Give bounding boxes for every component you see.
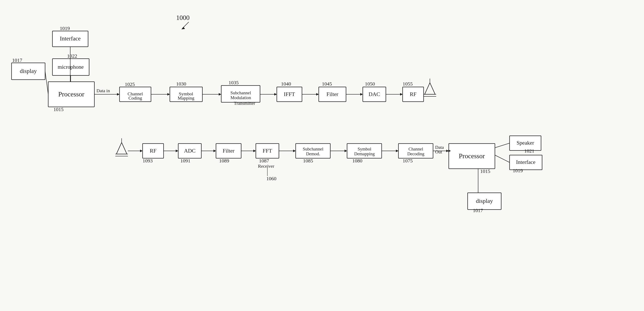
svg-text:IFFT: IFFT bbox=[284, 91, 295, 97]
svg-text:display: display bbox=[20, 68, 37, 74]
svg-text:1087: 1087 bbox=[259, 158, 269, 163]
svg-text:Interface: Interface bbox=[516, 159, 535, 165]
svg-text:ADC: ADC bbox=[184, 148, 196, 154]
svg-text:Channel: Channel bbox=[408, 146, 423, 152]
svg-text:1085: 1085 bbox=[303, 158, 313, 163]
svg-text:RF: RF bbox=[150, 148, 156, 154]
svg-text:Out: Out bbox=[435, 149, 442, 154]
svg-text:1091: 1091 bbox=[180, 158, 190, 163]
svg-text:1017: 1017 bbox=[12, 57, 22, 63]
svg-text:RF: RF bbox=[410, 91, 416, 97]
svg-text:Transmitter: Transmitter bbox=[234, 101, 256, 106]
svg-text:Demod.: Demod. bbox=[306, 151, 320, 156]
svg-text:display: display bbox=[476, 198, 493, 204]
diagram-container: 1000 display 1017 Interface 1019 microph… bbox=[0, 0, 644, 311]
svg-text:1093: 1093 bbox=[142, 158, 153, 163]
svg-text:Symbol: Symbol bbox=[358, 146, 372, 152]
svg-text:Demapping: Demapping bbox=[354, 151, 375, 156]
svg-text:1075: 1075 bbox=[403, 158, 413, 163]
svg-text:1019: 1019 bbox=[60, 25, 70, 31]
svg-text:Data in: Data in bbox=[96, 88, 110, 93]
svg-text:1015: 1015 bbox=[480, 169, 490, 174]
svg-text:Processor: Processor bbox=[459, 152, 485, 160]
svg-text:1040: 1040 bbox=[281, 81, 291, 86]
svg-text:1017: 1017 bbox=[473, 208, 483, 213]
diagram-number: 1000 bbox=[176, 14, 190, 21]
svg-text:Mapping: Mapping bbox=[178, 95, 194, 101]
svg-text:1080: 1080 bbox=[352, 158, 362, 163]
svg-text:Coding: Coding bbox=[128, 95, 142, 101]
svg-text:1019: 1019 bbox=[513, 168, 523, 173]
svg-text:Decoding: Decoding bbox=[407, 151, 424, 156]
svg-text:Subchannel: Subchannel bbox=[230, 90, 251, 95]
svg-text:1030: 1030 bbox=[176, 81, 186, 86]
svg-text:Filter: Filter bbox=[223, 148, 235, 154]
svg-text:1089: 1089 bbox=[219, 158, 229, 163]
svg-text:Subchannel: Subchannel bbox=[303, 146, 323, 152]
svg-text:Speaker: Speaker bbox=[516, 140, 534, 146]
svg-text:microphone: microphone bbox=[58, 64, 84, 70]
svg-text:Processor: Processor bbox=[58, 90, 84, 98]
svg-text:1055: 1055 bbox=[403, 81, 413, 86]
svg-text:Interface: Interface bbox=[60, 35, 80, 42]
svg-text:Modulation: Modulation bbox=[230, 95, 251, 100]
svg-text:1022: 1022 bbox=[67, 53, 77, 59]
svg-text:Filter: Filter bbox=[326, 91, 338, 97]
svg-text:1035: 1035 bbox=[228, 80, 239, 85]
svg-text:FFT: FFT bbox=[263, 148, 272, 154]
svg-text:1015: 1015 bbox=[54, 107, 64, 112]
svg-text:Receiver: Receiver bbox=[258, 163, 274, 169]
svg-text:DAC: DAC bbox=[369, 91, 380, 97]
svg-text:1045: 1045 bbox=[322, 81, 332, 86]
svg-text:1060: 1060 bbox=[266, 176, 276, 181]
svg-text:1050: 1050 bbox=[365, 81, 375, 86]
svg-text:1025: 1025 bbox=[125, 81, 135, 87]
svg-text:1021: 1021 bbox=[524, 148, 534, 154]
